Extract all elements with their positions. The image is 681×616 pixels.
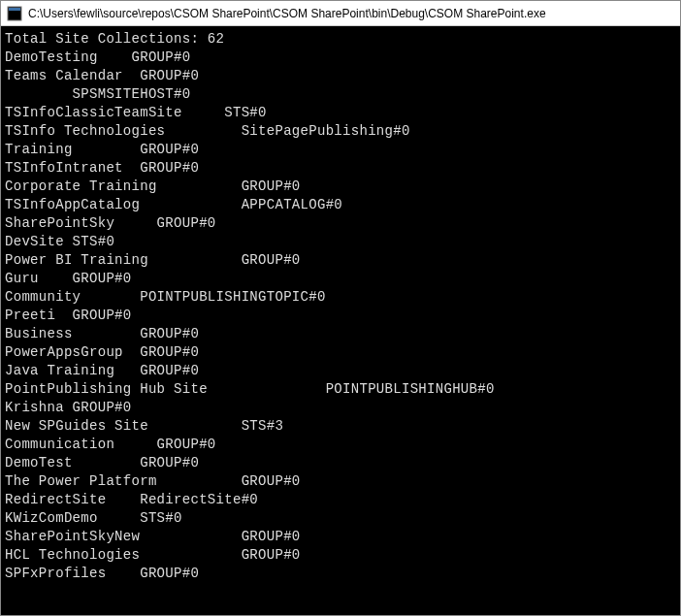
app-icon: [7, 6, 22, 21]
console-output[interactable]: Total Site Collections: 62 DemoTesting G…: [1, 26, 680, 615]
window-title: C:\Users\fewli\source\repos\CSOM SharePo…: [28, 7, 546, 20]
svg-rect-1: [9, 8, 20, 11]
titlebar[interactable]: C:\Users\fewli\source\repos\CSOM SharePo…: [1, 1, 680, 26]
console-window: C:\Users\fewli\source\repos\CSOM SharePo…: [0, 0, 681, 616]
